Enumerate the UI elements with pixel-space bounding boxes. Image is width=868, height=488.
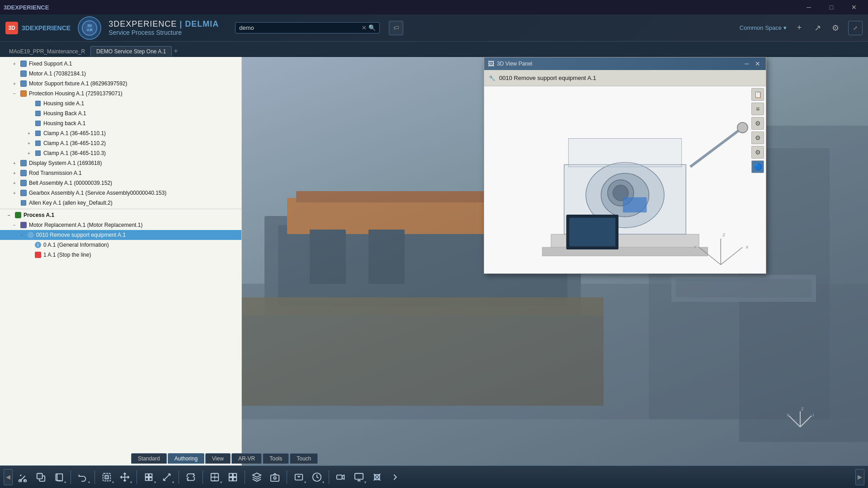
- toolbar-snap[interactable]: ▾: [141, 469, 157, 485]
- tree-item-gearbox[interactable]: + Gearbox Assembly A.1 (Service Assembly…: [0, 188, 241, 198]
- expand-motor-support[interactable]: +: [11, 80, 18, 87]
- toolbar-cut[interactable]: [14, 469, 31, 485]
- toolbar-scroll-left[interactable]: ◀: [4, 469, 13, 485]
- toolbar-zoom[interactable]: [333, 469, 349, 485]
- close-button[interactable]: ✕: [844, 0, 864, 14]
- panel-icon-properties[interactable]: 📋: [751, 88, 764, 101]
- panel-3d-viewport: X Y Z 📋 ≡ ⚙ ⚙ ⚙ 🔵: [484, 86, 766, 273]
- tree-item-belt-assembly[interactable]: + Belt Assembly A.1 (00000039.152): [0, 178, 241, 188]
- toolbar-3d-view[interactable]: [249, 469, 265, 485]
- minimize-button[interactable]: ─: [798, 0, 819, 14]
- toolbar-scroll-right[interactable]: ▶: [855, 469, 864, 485]
- settings-button[interactable]: ⚙: [828, 21, 843, 35]
- expand-gearbox[interactable]: +: [11, 189, 18, 197]
- tree-item-general-info[interactable]: ─ i 0 A.1 (General Information): [0, 240, 241, 250]
- expand-display-system[interactable]: +: [11, 160, 18, 167]
- tree-item-clamp-2[interactable]: + Clamp A.1 (36-465-110.2): [0, 138, 241, 148]
- panel-icon-settings-2[interactable]: ⚙: [751, 131, 764, 144]
- panel-icon-list[interactable]: ≡: [751, 103, 764, 115]
- search-icon[interactable]: 🔍: [368, 24, 376, 31]
- maximize-button[interactable]: □: [821, 0, 842, 14]
- svg-rect-68: [355, 473, 363, 479]
- toolbar-move[interactable]: ▾: [117, 469, 133, 485]
- tree-item-housing-back-1[interactable]: ─ Housing Back A.1: [0, 108, 241, 118]
- toolbar-select-box[interactable]: ▾: [99, 469, 115, 485]
- tab-add-button[interactable]: +: [174, 47, 178, 55]
- icon-belt-assembly: [20, 179, 27, 187]
- expand-process[interactable]: −: [5, 211, 13, 219]
- expand-clamp-3[interactable]: +: [25, 150, 33, 157]
- title-bar-controls: ─ □ ✕: [798, 0, 864, 14]
- tree-item-motor[interactable]: ─ Motor A.1 (70382184.1): [0, 69, 241, 79]
- tree-item-step-0010[interactable]: − 0010 Remove support equipment A.1: [0, 230, 241, 240]
- tree-item-motor-support[interactable]: + Motor Support fixture A.1 (86296397592…: [0, 79, 241, 89]
- title-bar-logo-text: 3DEXPERIENCE: [4, 4, 49, 11]
- toolbar-section[interactable]: ▾: [207, 469, 223, 485]
- expand-step-0010[interactable]: −: [18, 231, 25, 239]
- expand-button[interactable]: ⤢: [848, 21, 863, 35]
- expand-fixed-support[interactable]: +: [11, 60, 18, 67]
- tree-item-stop-line[interactable]: ─ 1 A.1 (Stop the line): [0, 250, 241, 260]
- compass[interactable]: 3DV.R: [78, 16, 101, 40]
- label-motor-support: Motor Support fixture A.1 (86296397592): [29, 80, 127, 87]
- tree-item-clamp-1[interactable]: + Clamp A.1 (36-465-110.1): [0, 128, 241, 138]
- tree-item-process[interactable]: − Process A.1: [0, 210, 241, 220]
- toolbar-sim-2[interactable]: ▾: [309, 469, 325, 485]
- tab-maintenance[interactable]: MAoE19_PPR_Maintenance_R: [4, 47, 90, 56]
- tree-item-allen-key[interactable]: ─ Allen Key A.1 (allen key_Default.2): [0, 198, 241, 208]
- panel-title-left: 🖼 3D View Panel: [488, 60, 533, 67]
- share-button[interactable]: ↗: [810, 21, 825, 35]
- toolbar-swap[interactable]: [183, 469, 199, 485]
- tree-item-motor-replacement[interactable]: − Motor Replacement A.1 (Motor Replaceme…: [0, 220, 241, 230]
- tree-item-rod-transmission[interactable]: + Rod Transmission A.1: [0, 168, 241, 178]
- panel-close-button[interactable]: ✕: [753, 59, 762, 68]
- tab-view[interactable]: View: [205, 453, 231, 464]
- svg-rect-12: [676, 279, 811, 297]
- add-button[interactable]: +: [792, 21, 807, 35]
- tab-authoring[interactable]: Authoring: [168, 453, 204, 464]
- search-bar: ✕ 🔍: [235, 22, 380, 33]
- expand-clamp-2[interactable]: +: [25, 140, 33, 147]
- tab-touch[interactable]: Touch: [290, 453, 318, 464]
- tree-item-protection-housing[interactable]: − Protection Housing A.1 (72591379071): [0, 89, 241, 99]
- tree-item-fixed-support[interactable]: + Fixed Support A.1: [0, 59, 241, 69]
- toolbar-camera[interactable]: [267, 469, 283, 485]
- toolbar-paste[interactable]: ▾: [51, 469, 67, 485]
- tree-item-clamp-3[interactable]: + Clamp A.1 (36-465-110.3): [0, 148, 241, 158]
- tab-ar-vr[interactable]: AR-VR: [231, 453, 262, 464]
- toolbar-sim-1[interactable]: ▾: [291, 469, 307, 485]
- common-space-label: Common Space: [740, 24, 782, 31]
- tag-button[interactable]: 🏷: [389, 21, 403, 35]
- expand-rod-transmission[interactable]: +: [11, 169, 18, 177]
- tree-item-housing-back-2[interactable]: ─ Housing back A.1: [0, 118, 241, 128]
- toolbar-undo[interactable]: ▾: [75, 469, 91, 485]
- toolbar-divider-4: [179, 470, 179, 484]
- tab-tools[interactable]: Tools: [263, 453, 289, 464]
- panel-icon-color[interactable]: 🔵: [751, 160, 764, 173]
- toolbar-divider-6: [245, 470, 245, 484]
- tree-item-housing-side[interactable]: ─ Housing side A.1: [0, 99, 241, 108]
- panel-step-label: 0010 Remove support equipment A.1: [499, 75, 596, 81]
- search-clear-icon[interactable]: ✕: [362, 24, 367, 31]
- tree-item-display-system[interactable]: + Display System A.1 (1693618): [0, 158, 241, 168]
- svg-rect-49: [149, 474, 152, 476]
- tab-standard[interactable]: Standard: [131, 453, 167, 464]
- panel-icon-settings-3[interactable]: ⚙: [751, 146, 764, 159]
- panel-icon-settings-1[interactable]: ⚙: [751, 117, 764, 130]
- toolbar-measure[interactable]: ▾: [159, 469, 175, 485]
- toolbar-copy[interactable]: [33, 469, 49, 485]
- search-input[interactable]: [239, 24, 362, 31]
- expand-belt-assembly[interactable]: +: [11, 179, 18, 187]
- panel-header: 🔧 0010 Remove support equipment A.1: [484, 70, 766, 86]
- panel-minimize-button[interactable]: ─: [742, 59, 751, 68]
- brand-product: | DELMIA: [179, 19, 219, 28]
- toolbar-cut-section[interactable]: [369, 469, 385, 485]
- expand-motor-replacement[interactable]: −: [11, 221, 18, 229]
- expand-protection-housing[interactable]: −: [11, 90, 18, 97]
- toolbar-display[interactable]: ▾: [351, 469, 367, 485]
- toolbar-grid[interactable]: [225, 469, 241, 485]
- common-space-selector[interactable]: Common Space ▾: [740, 24, 787, 31]
- tab-demo-service[interactable]: DEMO Service Step One A.1: [90, 46, 172, 56]
- toolbar-more[interactable]: [387, 469, 403, 485]
- expand-clamp-1[interactable]: +: [25, 130, 33, 137]
